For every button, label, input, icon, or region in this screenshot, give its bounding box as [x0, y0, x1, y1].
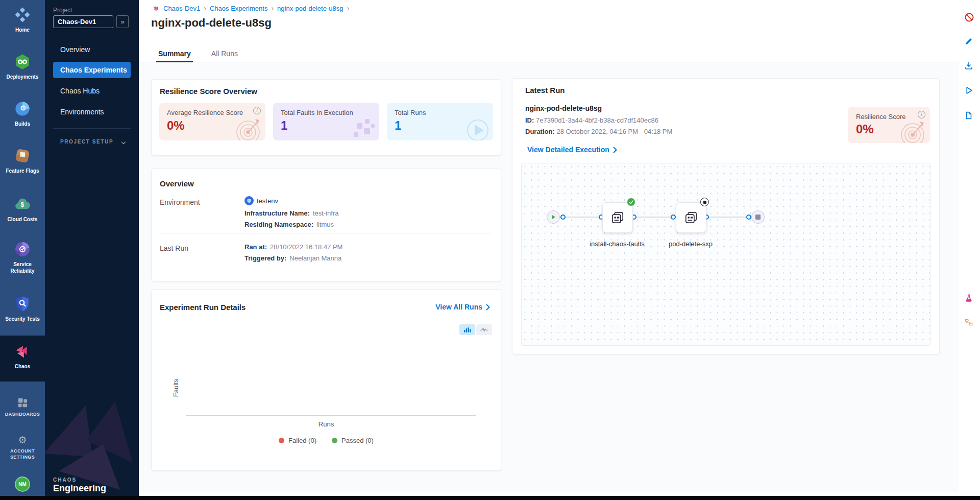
- chevron-right-icon: [486, 304, 491, 311]
- infrastructure-row: Infrastructure Name: test-infra: [244, 209, 338, 217]
- breadcrumb-experiment[interactable]: nginx-pod-delete-u8sg: [277, 5, 343, 12]
- infrastructure-value: test-infra: [313, 209, 339, 217]
- legend-failed[interactable]: Failed (0): [279, 437, 316, 444]
- tab-label: Summary: [158, 50, 191, 58]
- connector-port[interactable]: [746, 215, 751, 220]
- pipeline-start-node[interactable]: [547, 210, 560, 224]
- tab-summary[interactable]: Summary: [151, 45, 198, 62]
- run-duration-row: Duration: 28 October 2022, 04:16 PM - 04…: [525, 128, 672, 135]
- run-icon[interactable]: [964, 86, 974, 96]
- tab-bar: Summary All Runs: [139, 45, 959, 62]
- experiment-run-details-card: Experiment Run Details View All Runs Fau…: [151, 289, 501, 471]
- bar-chart-toggle-button[interactable]: [459, 324, 475, 335]
- connector-port[interactable]: [671, 215, 676, 220]
- avatar[interactable]: NM: [15, 477, 30, 492]
- pipeline-node-install-chaos-faults[interactable]: [602, 202, 633, 233]
- bottom-bar: [0, 496, 980, 500]
- app-root: Home Deployments Builds Feature Flags $ …: [0, 0, 980, 500]
- chart-x-axis-label: Runs: [152, 420, 501, 428]
- menu-item-label: Environments: [60, 108, 104, 116]
- kubernetes-icon: ☸: [244, 196, 254, 205]
- sidebar-item-account-settings[interactable]: ⚙ ACCOUNT SETTINGS: [0, 435, 45, 460]
- breadcrumb-chaos-experiments[interactable]: Chaos Experiments: [210, 5, 267, 12]
- sidebar-item-feature-flags[interactable]: Feature Flags: [0, 147, 45, 174]
- menu-item-label: Chaos Hubs: [60, 87, 100, 95]
- card-title: Overview: [160, 179, 194, 188]
- sidebar-item-security-tests[interactable]: Security Tests: [0, 295, 45, 322]
- resilience-score-tile: Resilience Score 0%: [848, 107, 930, 143]
- flask-icon[interactable]: [964, 294, 974, 304]
- last-run-label: Last Run: [160, 244, 188, 252]
- namespace-label: Residing Namespace:: [244, 221, 313, 228]
- download-icon[interactable]: [964, 61, 974, 72]
- total-faults-tile: Total Faults In Execution 1: [273, 103, 379, 140]
- avg-resilience-score-tile: Average Resilience Score 0%: [159, 103, 265, 140]
- sidebar-item-label: DASHBOARDS: [3, 412, 42, 418]
- pipeline-canvas: install-chaos-faults pod-delete-sxp: [521, 163, 930, 346]
- breadcrumb-separator: [347, 4, 349, 12]
- expand-panel-button[interactable]: »: [116, 15, 129, 28]
- legend-passed-label: Passed (0): [341, 437, 374, 444]
- run-duration-label: Duration:: [525, 128, 555, 135]
- ran-at-value: 28/10/2022 16:18:47 PM: [270, 243, 342, 251]
- breadcrumb: Chaos-Dev1 Chaos Experiments nginx-pod-d…: [152, 4, 349, 12]
- view-detailed-execution-link[interactable]: View Detailed Execution: [527, 146, 618, 154]
- sidebar-item-deployments[interactable]: Deployments: [0, 53, 45, 80]
- chaos-breadcrumb-icon: [152, 5, 160, 12]
- edit-icon[interactable]: [964, 37, 974, 47]
- total-runs-tile: Total Runs 1: [387, 103, 493, 140]
- sidebar-item-builds[interactable]: Builds: [0, 100, 45, 127]
- stop-icon: [703, 201, 706, 204]
- chart-legend: Failed (0) Passed (0): [152, 437, 501, 444]
- deployments-icon: [14, 53, 31, 70]
- sidebar-item-home[interactable]: Home: [0, 6, 45, 33]
- overview-card: Overview Environment ☸ testenv Infrastru…: [151, 169, 501, 281]
- tile-value: 1: [281, 118, 287, 133]
- tile-label: Total Faults In Execution: [281, 109, 353, 116]
- builds-icon: [14, 100, 31, 117]
- sidebar-item-chaos-experiments[interactable]: Chaos Experiments: [53, 62, 131, 78]
- pipeline-node-label: install-chaos-faults: [586, 239, 648, 250]
- failed-dot-icon: [279, 438, 284, 443]
- chevron-down-icon[interactable]: [120, 139, 127, 148]
- user-avatar-item[interactable]: NM: [0, 477, 45, 492]
- card-title: Resilience Score Overview: [160, 87, 257, 96]
- tile-value: 0%: [167, 118, 185, 133]
- project-setup-section[interactable]: PROJECT SETUP: [60, 139, 113, 145]
- legend-passed[interactable]: Passed (0): [332, 437, 374, 444]
- line-chart-toggle-button[interactable]: [476, 324, 492, 335]
- breadcrumb-project[interactable]: Chaos-Dev1: [163, 5, 200, 12]
- sidebar-item-cloud-costs[interactable]: $ Cloud Costs: [0, 196, 45, 223]
- sidebar-item-environments[interactable]: Environments: [45, 104, 139, 120]
- sidebar-item-label: ACCOUNT SETTINGS: [0, 448, 45, 460]
- document-icon[interactable]: [964, 111, 974, 121]
- tab-all-runs[interactable]: All Runs: [204, 45, 245, 62]
- triggered-by-label: Triggered by:: [244, 254, 286, 262]
- disable-icon[interactable]: [964, 12, 974, 22]
- chart-type-toggle: [459, 324, 492, 335]
- menu-item-label: Overview: [60, 45, 90, 54]
- sidebar-item-overview[interactable]: Overview: [45, 41, 139, 58]
- pipeline-icon[interactable]: [964, 318, 974, 328]
- sidebar-item-label: Feature Flags: [4, 168, 41, 174]
- project-label: Project: [53, 7, 72, 14]
- play-art-icon: [453, 109, 491, 140]
- breadcrumb-separator: [204, 4, 206, 12]
- view-all-runs-label: View All Runs: [435, 303, 482, 311]
- pipeline-connector-line: [559, 217, 752, 218]
- triggered-by-value: Neelanjan Manna: [289, 254, 341, 262]
- sidebar-item-dashboards[interactable]: DASHBOARDS: [0, 397, 45, 418]
- sidebar-item-chaos[interactable]: Chaos: [0, 343, 45, 370]
- ran-at-label: Ran at:: [244, 243, 267, 251]
- connector-port[interactable]: [560, 215, 566, 220]
- environment-label: Environment: [160, 198, 200, 206]
- view-all-runs-link[interactable]: View All Runs: [435, 303, 491, 311]
- gear-icon: ⚙: [18, 435, 27, 445]
- project-selector[interactable]: Chaos-Dev1: [53, 15, 113, 28]
- sidebar-item-service-reliability[interactable]: Service Reliability: [0, 241, 45, 274]
- breadcrumb-separator: [271, 4, 274, 12]
- pipeline-end-node[interactable]: [751, 210, 765, 224]
- row-divider: [160, 233, 493, 233]
- pipeline-node-pod-delete[interactable]: [676, 202, 706, 233]
- sidebar-item-chaos-hubs[interactable]: Chaos Hubs: [45, 83, 139, 99]
